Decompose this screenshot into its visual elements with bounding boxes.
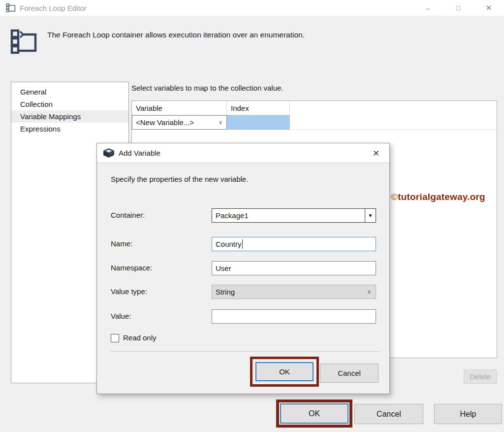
name-input[interactable]: Country <box>212 237 376 251</box>
editor-description: The Foreach Loop container allows execut… <box>47 31 471 39</box>
sidebar-item-variable-mappings[interactable]: Variable Mappings <box>11 110 128 123</box>
name-label: Name: <box>111 239 132 248</box>
dialog-close-icon[interactable]: ✕ <box>370 147 382 159</box>
editor-help-button[interactable]: Help <box>434 404 502 424</box>
chevron-down-icon: ∨ <box>367 289 371 295</box>
annotation-box-footer-ok: OK <box>276 399 352 428</box>
combo-arrow-icon[interactable]: ▼ <box>365 209 376 222</box>
chevron-down-icon: ∨ <box>219 119 222 126</box>
sidebar-item-general[interactable]: General <box>11 86 128 98</box>
annotation-box-dialog-ok: OK <box>250 357 319 387</box>
maximize-button[interactable]: □ <box>443 0 473 16</box>
editor-cancel-button[interactable]: Cancel <box>354 404 423 424</box>
value-input[interactable] <box>212 309 376 324</box>
dialog-ok-button[interactable]: OK <box>255 362 314 381</box>
foreach-loop-editor-window: Foreach Loop Editor – □ ✕ The Foreach Lo… <box>0 0 504 432</box>
column-header-variable: Variable <box>132 101 227 115</box>
namespace-input-value: User <box>216 264 231 272</box>
sidebar-item-collection[interactable]: Collection <box>11 98 128 110</box>
name-input-value: Country <box>216 240 242 248</box>
watermark-copyright-symbol: © <box>391 192 398 202</box>
namespace-label: Namespace: <box>111 264 152 272</box>
window-title: Foreach Loop Editor <box>20 4 87 12</box>
watermark-text: tutorialgateway.org <box>398 192 485 202</box>
dialog-separator <box>111 351 380 352</box>
read-only-label: Read only <box>123 333 157 342</box>
mapping-instruction: Select variables to map to the collectio… <box>131 84 284 92</box>
container-label: Container: <box>111 211 145 219</box>
value-label: Value: <box>111 312 131 320</box>
dialog-description: Specify the properties of the new variab… <box>111 175 248 183</box>
text-cursor <box>242 239 243 249</box>
window-titlebar: Foreach Loop Editor – □ ✕ <box>0 0 504 16</box>
new-variable-dropdown[interactable]: <New Variable...> ∨ <box>132 115 227 130</box>
minimize-button[interactable]: – <box>412 0 443 16</box>
delete-button[interactable]: Delete <box>464 369 497 384</box>
value-type-dropdown[interactable]: String ∨ <box>212 285 376 299</box>
sidebar-item-expressions[interactable]: Expressions <box>11 123 128 135</box>
new-variable-dropdown-value: <New Variable...> <box>136 118 194 127</box>
column-header-index: Index <box>227 101 290 115</box>
namespace-input[interactable]: User <box>212 261 376 275</box>
editor-ok-button[interactable]: OK <box>280 403 348 424</box>
value-type-dropdown-value: String <box>216 288 235 296</box>
container-dropdown-value: Package1 <box>216 211 249 220</box>
add-variable-dialog: Add Variable ✕ Specify the properties of… <box>96 143 390 394</box>
watermark: ©tutorialgateway.org <box>391 192 485 202</box>
dialog-cancel-button[interactable]: Cancel <box>320 364 378 383</box>
index-cell-selected[interactable] <box>227 115 290 130</box>
read-only-checkbox[interactable] <box>111 334 119 342</box>
variable-box-icon <box>103 148 115 158</box>
grid-row-divider <box>132 130 497 130</box>
value-type-label: Value type: <box>111 287 147 296</box>
add-variable-titlebar: Add Variable ✕ <box>97 143 389 163</box>
foreach-loop-container-icon <box>10 28 39 55</box>
add-variable-title: Add Variable <box>119 149 160 157</box>
close-button[interactable]: ✕ <box>473 0 504 16</box>
foreach-loop-icon <box>6 3 16 13</box>
container-dropdown[interactable]: Package1 ▼ <box>212 208 376 223</box>
